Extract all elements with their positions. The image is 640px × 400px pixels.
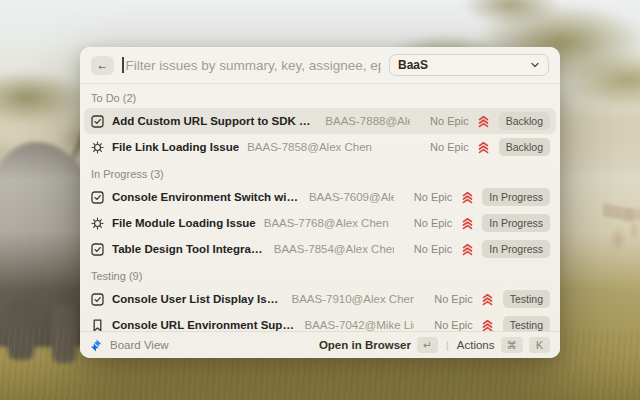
arrow-left-icon: ← [97,58,109,72]
issue-row[interactable]: File Link Loading IssueBAAS-7858@Alex Ch… [84,134,556,160]
status-badge: In Progress [482,188,550,206]
bug-icon [90,217,104,230]
search-bar: ← Filter issues by summary, key, assigne… [80,47,560,83]
command-palette-window: ← Filter issues by summary, key, assigne… [80,47,560,358]
issue-key-assignee: BAAS-7768@Alex Chen [264,217,389,229]
search-placeholder: Filter issues by summary, key, assignee,… [126,58,382,73]
epic-label: No Epic [414,243,453,255]
task-icon [90,115,104,128]
priority-highest-icon [460,191,474,204]
epic-label: No Epic [434,319,473,331]
priority-highest-icon [477,141,491,154]
issue-row[interactable]: Console URL Environment SupportBAAS-7042… [84,312,556,331]
status-badge: Backlog [499,112,550,130]
bookmark-icon [90,319,104,332]
issue-title: File Module Loading Issue [112,217,256,229]
issue-row[interactable]: File Module Loading IssueBAAS-7768@Alex … [84,210,556,236]
actions-button[interactable]: Actions [457,339,495,351]
search-input[interactable]: Filter issues by summary, key, assignee,… [122,57,381,73]
elephant-leg [8,300,34,360]
project-dropdown-value: BaaS [398,58,530,72]
project-dropdown[interactable]: BaaS [389,54,549,76]
section-header: Testing (9) [84,262,556,286]
footer-app-label: Board View [110,339,169,351]
task-icon [90,191,104,204]
issue-row[interactable]: Console Environment Switch with URL Para… [84,184,556,210]
task-icon [90,243,104,256]
issue-key-assignee: BAAS-7042@Mike Liu [305,319,415,331]
issue-row[interactable]: Add Custom URL Support to SDK Data Table… [84,108,556,134]
issue-title: Console URL Environment Support [112,319,297,331]
priority-highest-icon [477,115,491,128]
issue-row[interactable]: Table Design Tool IntegrationBAAS-7854@A… [84,236,556,262]
issue-key-assignee: BAAS-7858@Alex Chen [247,141,372,153]
epic-label: No Epic [414,191,453,203]
task-icon [90,293,104,306]
chevron-down-icon [530,60,540,70]
desktop-wallpaper: ← Filter issues by summary, key, assigne… [0,0,640,400]
issue-row[interactable]: Console User List Display IssueBAAS-7910… [84,286,556,312]
elephant-leg [52,305,76,363]
jira-icon [90,339,103,352]
return-key-badge: ↵ [417,337,438,353]
status-badge: In Progress [482,214,550,232]
epic-label: No Epic [434,293,473,305]
epic-label: No Epic [430,141,469,153]
issue-title: Console User List Display Issue [112,293,284,305]
epic-label: No Epic [414,217,453,229]
epic-label: No Epic [430,115,469,127]
priority-highest-icon [460,217,474,230]
results-list: To Do (2)Add Custom URL Support to SDK D… [80,84,560,331]
giraffe [603,172,633,257]
giraffe [626,185,640,245]
footer-separator: | [444,339,451,351]
cmd-key-badge: ⌘ [501,337,524,353]
footer-actions: Open in Browser ↵ | Actions ⌘ K [319,337,550,353]
priority-highest-icon [481,319,495,332]
open-in-browser-button[interactable]: Open in Browser [319,339,411,351]
k-key-badge: K [529,337,550,353]
issue-title: File Link Loading Issue [112,141,239,153]
issue-title: Table Design Tool Integration [112,243,266,255]
section-header: In Progress (3) [84,160,556,184]
issue-title: Console Environment Switch with URL Para… [112,191,301,203]
section-header: To Do (2) [84,84,556,108]
issue-key-assignee: BAAS-7910@Alex Chen [292,293,415,305]
status-badge: In Progress [482,240,550,258]
issue-key-assignee: BAAS-7854@Alex Chen [274,243,394,255]
priority-highest-icon [481,293,495,306]
issue-key-assignee: BAAS-7609@Alex Chen [309,191,394,203]
status-badge: Testing [503,316,550,331]
issue-title: Add Custom URL Support to SDK Data Table… [112,115,317,127]
footer-bar: Board View Open in Browser ↵ | Actions ⌘… [80,331,560,358]
back-button[interactable]: ← [91,56,114,75]
issue-key-assignee: BAAS-7888@Alex Chen [325,115,410,127]
status-badge: Backlog [499,138,550,156]
text-caret [122,57,124,73]
status-badge: Testing [503,290,550,308]
bug-icon [90,141,104,154]
priority-highest-icon [460,243,474,256]
